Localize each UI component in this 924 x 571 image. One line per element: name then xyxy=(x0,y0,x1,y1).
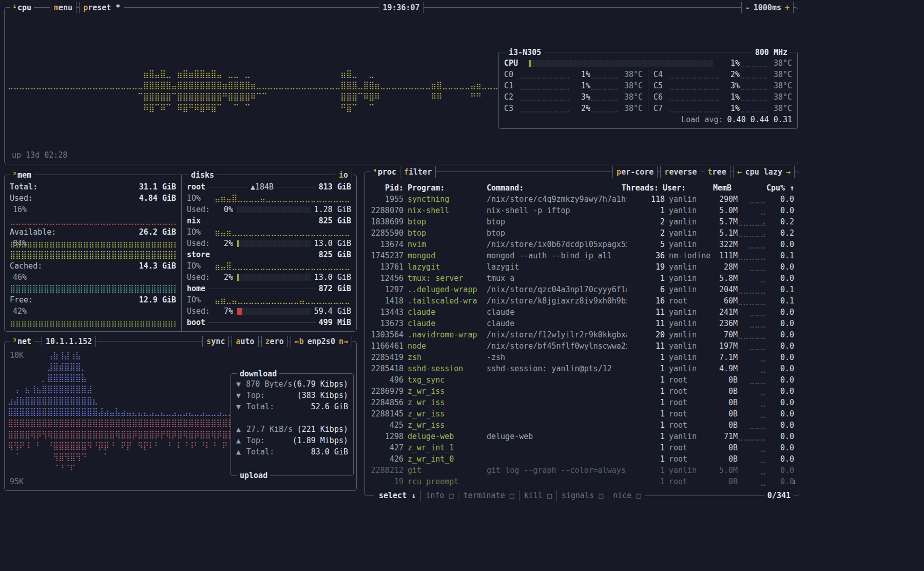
proc-hint-nice[interactable]: nice □ xyxy=(608,490,645,501)
process-program: zsh xyxy=(408,352,487,363)
process-mem: 241M xyxy=(712,307,738,318)
sort-prev-button[interactable]: ← xyxy=(737,167,742,177)
process-row[interactable]: 1955syncthing/nix/store/c4q9zmkzy9awy7h7… xyxy=(370,194,794,205)
process-threads: 36 xyxy=(627,250,665,261)
per-core-toggle[interactable]: per-core xyxy=(612,166,658,178)
process-row[interactable]: 1838699btopbtop2yanlin5.7M⣀⣀⣀⣀⣠⣀0.2 xyxy=(370,216,794,227)
net-auto-button[interactable]: auto xyxy=(232,336,258,347)
reverse-toggle[interactable]: reverse xyxy=(660,166,701,178)
process-row[interactable]: 2285590btopbtop2yanlin5.1M⣀⣀⣀⣀⣠⣀0.2 xyxy=(370,227,794,239)
net-stat-value: (6.79 Kibps) xyxy=(293,378,348,390)
mem-stat-graph: ⣶⣶⣶⣶⣶⣶⣶⣶⣶⣶⣶⣶⣶⣶⣶⣶⣶⣶⣶⣶⣶⣶⣶⣶⣶⣶⣶⣶⣶⣶⣶⣶⣶⣶⣶ ⣿⣿⣿⣿… xyxy=(10,238,176,260)
process-row[interactable]: 426z_wr_int_01root0B⠀⠀⠀⠀⣀⣀0.0 xyxy=(370,453,794,465)
process-cpu-percent: 0.0 xyxy=(766,239,794,250)
process-row[interactable]: 1745237mongodmongod --auth --bind_ip_all… xyxy=(370,250,794,261)
process-row[interactable]: 2285419zsh-zsh1yanlin7.1M⠀⠀⠀⠀⣀⣀0.0 xyxy=(370,352,794,363)
net-stat-value: (1.89 Mibps) xyxy=(293,435,348,446)
process-row[interactable]: 2288070nix-shellnix-shell -p iftop1yanli… xyxy=(370,205,794,216)
net-stat-label: Total: xyxy=(246,446,274,458)
process-row[interactable]: 13761lazygitlazygit19yanlin28M⠀⠀⣀⣀⣀⣀0.0 xyxy=(370,261,794,273)
net-iface-prev-button[interactable]: ←b xyxy=(295,337,304,346)
disk-used-label: Used: xyxy=(187,238,214,249)
memory-panel: ²mem disks io Total:31.1 GiB Used:4.84 G… xyxy=(4,175,357,332)
net-iface-next-button[interactable]: n→ xyxy=(339,337,348,346)
process-user: yanlin xyxy=(669,431,712,442)
process-row[interactable]: 13443claudeclaude11yanlin241M⠀⠀⣀⣀⣀⣀0.0 xyxy=(370,307,794,318)
process-threads: 11 xyxy=(627,340,665,352)
process-row[interactable]: 12456tmux: servertmux a1yanlin5.8M⠀⠀⠀⠀⣀⣀… xyxy=(370,273,794,284)
proc-hint-kill[interactable]: kill □ xyxy=(519,490,556,501)
process-program: z_wr_iss xyxy=(408,408,487,420)
process-program: rcu_preempt xyxy=(408,476,487,487)
disk-io-label: IO% xyxy=(187,260,211,272)
filter-button[interactable]: filter xyxy=(400,166,436,178)
core-percent: 1% xyxy=(570,80,590,91)
process-threads: 118 xyxy=(627,194,665,205)
disk-io-label: IO% xyxy=(187,226,211,238)
process-threads: 19 xyxy=(627,261,665,273)
sort-selector: ←cpu lazy→ xyxy=(733,166,795,178)
process-pid: 2285419 xyxy=(370,352,403,363)
process-row[interactable]: 2285418sshd-sessionsshd-session: yanlin@… xyxy=(370,363,794,374)
process-mem: 0B xyxy=(712,374,738,386)
process-row[interactable]: 496txg_sync1root0B⠀⠀⣀⣀⣀⣀0.0 xyxy=(370,374,794,386)
process-row[interactable]: 1418.tailscaled-wra/nix/store/k8jgiaxrz8… xyxy=(370,295,794,307)
interval-decrease-button[interactable]: - xyxy=(745,3,750,12)
net-info-box: download ▼ 870 Byte/s (6.79 Kibps) ▼ Top… xyxy=(230,373,354,476)
process-row[interactable]: 1298deluge-webdeluge-web1yanlin71M⣀⣀⣀⣀⣀⣀… xyxy=(370,431,794,442)
scroll-down-indicator[interactable]: ↓ xyxy=(792,476,797,487)
core-row: C2 ⣀⣀⣀⣀⣀⣀⣀⣀⣀⣀ 3% ⣀⣀⣀⣀⣀⣀ 38°C C6 ⣀⣀⣀⣀⣀⣀⣀⣀… xyxy=(504,91,792,103)
process-row[interactable]: 19rcu_preempt1root0B⠀⠀⠀⠀⣀⣀0.0 xyxy=(370,476,794,487)
process-user: root xyxy=(669,408,712,420)
interval-increase-button[interactable]: + xyxy=(785,3,790,12)
process-row[interactable]: 13674nvim/nix/store/ix0b67dcdpl05xpagx5x… xyxy=(370,239,794,250)
tree-toggle[interactable]: tree xyxy=(704,166,730,178)
cpu-total-meter xyxy=(529,60,713,67)
process-cpu-graph: ⣀⣀⣀⣀⣠⣀ xyxy=(738,216,766,227)
process-row[interactable]: 2288145z_wr_iss1root0B⠀⠀⠀⠀⣀⣀0.0 xyxy=(370,408,794,420)
preset-button[interactable]: preset * xyxy=(79,2,124,13)
process-row[interactable]: 2286979z_wr_iss1root0B⠀⠀⠀⠀⣀⣀0.0 xyxy=(370,386,794,397)
process-row[interactable]: 1303564.navidrome-wrap/nix/store/f12w1yi… xyxy=(370,329,794,340)
mem-stat-value: 12.9 GiB xyxy=(139,294,176,306)
core-row: C0 ⣀⣀⣀⣀⣀⣀⣀⣀⣀⣀ 1% ⣀⣀⣀⣀⣀⣀ 38°C C4 ⣀⣀⣀⣀⣀⣀⣀⣀… xyxy=(504,69,792,80)
disk-io-label: IO% xyxy=(187,294,211,306)
proc-hint-select[interactable]: select ↓ xyxy=(374,490,420,501)
net-interface-switcher: ←benp2s0n→ xyxy=(291,336,352,347)
direction-arrow-icon: ▲ xyxy=(236,424,246,435)
process-row[interactable]: 2288212gitgit log --graph --color=always… xyxy=(370,465,794,476)
upload-title: upload xyxy=(237,470,270,481)
process-threads: 1 xyxy=(627,465,665,476)
process-program: deluge-web xyxy=(408,431,487,442)
process-cpu-graph: ⠀⠀⣀⣀⣀⣀ xyxy=(738,239,766,250)
mem-stat: Available:26.2 GiB ⣶⣶⣶⣶⣶⣶⣶⣶⣶⣶⣶⣶⣶⣶⣶⣶⣶⣶⣶⣶⣶… xyxy=(10,226,176,260)
sort-next-button[interactable]: → xyxy=(786,167,791,177)
net-stat-label: 27.7 KiB/s xyxy=(246,424,293,435)
process-command: btop xyxy=(487,216,627,227)
core-percent: 3% xyxy=(719,80,740,91)
disks-io-toggle[interactable]: io xyxy=(335,169,352,181)
net-zero-button[interactable]: zero xyxy=(261,336,288,347)
menu-button[interactable]: menu xyxy=(50,2,76,13)
cpu-stats-box: i3-N305 800 MHz CPU 1% ⣀⣀⣀⣀⣀⣀ 38°C C0 ⣀⣀… xyxy=(498,52,798,129)
process-row[interactable]: 1297..deluged-wrapp/nix/store/qzc04a3npl… xyxy=(370,284,794,295)
process-program: nvim xyxy=(408,239,487,250)
core-usage-meter: ⣀⣀⣀⣀⣀⣀⣀⣀⣀⣀ xyxy=(669,91,719,103)
process-program: claude xyxy=(408,318,487,329)
mem-stat: Used:4.84 GiB ⠀⠀⠀⠀⠀⠀⠀⠀⠀⠀⠀⠀⠀⠀⠀⠀⠀⠀⠀⠀⠀⠀⠀⠀⠀⠀… xyxy=(10,193,176,226)
process-row[interactable]: 13673claudeclaude11yanlin236M⠀⠀⣀⣀⣀⣀0.0 xyxy=(370,318,794,329)
mem-stat-percent: 46% xyxy=(13,272,27,283)
net-stat-label: 870 Byte/s xyxy=(246,378,292,390)
mem-stat-label: Used: xyxy=(10,193,33,204)
proc-hint-info[interactable]: info □ xyxy=(420,490,458,501)
process-row[interactable]: 1166461node/nix/store/bf45nflf0wylnscwwa… xyxy=(370,340,794,352)
net-sync-button[interactable]: sync xyxy=(202,336,229,347)
process-program: node xyxy=(408,340,487,352)
proc-hint-terminate[interactable]: terminate □ xyxy=(458,490,518,501)
process-command: claude xyxy=(487,318,627,329)
process-row[interactable]: 425z_wr_iss1root0B⠀⠀⣀⣀⣀⣀0.0 xyxy=(370,420,794,431)
process-row[interactable]: 427z_wr_int_11root0B⠀⠀⠀⠀⣀⣀0.0 xyxy=(370,442,794,453)
direction-arrow-icon: ▼ xyxy=(236,401,246,412)
proc-hint-signals[interactable]: signals □ xyxy=(556,490,608,501)
process-row[interactable]: 2284856z_wr_iss1root0B⠀⠀⠀⠀⣀⣀0.0 xyxy=(370,397,794,408)
